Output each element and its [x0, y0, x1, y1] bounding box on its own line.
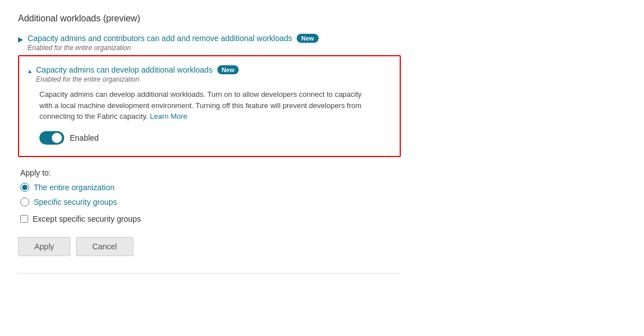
section-divider: [18, 273, 401, 274]
except-groups-checkbox-item[interactable]: Except specific security groups: [20, 214, 626, 223]
description-text-part1: Capacity admins can develop additional w…: [39, 90, 361, 120]
radio-entire-org[interactable]: The entire organization: [20, 183, 626, 192]
apply-button[interactable]: Apply: [18, 237, 70, 256]
toggle-slider: [39, 131, 64, 145]
toggle-label: Enabled: [70, 133, 99, 142]
radio-entire-org-input[interactable]: [20, 183, 29, 192]
page-title: Additional workloads (preview): [18, 14, 626, 24]
expanded-item-content: Capacity admins can develop additional w…: [36, 65, 239, 83]
collapsed-workload-item[interactable]: ▶ Capacity admins and contributors can a…: [18, 34, 626, 52]
radio-group: The entire organization Specific securit…: [20, 183, 626, 207]
learn-more-link[interactable]: Learn More: [150, 112, 187, 120]
apply-to-section: Apply to: The entire organization Specif…: [20, 168, 626, 223]
expanded-item-title: Capacity admins can develop additional w…: [36, 65, 213, 74]
radio-entire-org-label[interactable]: The entire organization: [34, 183, 114, 192]
cancel-button[interactable]: Cancel: [76, 237, 133, 256]
collapsed-item-subtitle: Enabled for the entire organization: [28, 44, 319, 52]
radio-specific-groups[interactable]: Specific security groups: [20, 198, 626, 207]
collapsed-item-content: Capacity admins and contributors can add…: [28, 34, 319, 52]
apply-to-label: Apply to:: [20, 168, 626, 177]
expanded-workload-card: ▴ Capacity admins can develop additional…: [18, 55, 401, 157]
chevron-right-icon: ▶: [18, 35, 23, 43]
expanded-workload-item[interactable]: ▴ Capacity admins can develop additional…: [28, 65, 391, 83]
collapsed-item-title-row: Capacity admins and contributors can add…: [28, 34, 319, 43]
toggle-row: Enabled: [39, 131, 391, 145]
radio-specific-groups-label[interactable]: Specific security groups: [34, 198, 117, 207]
expanded-item-subtitle: Enabled for the entire organization: [36, 75, 239, 83]
expanded-item-description: Capacity admins can develop additional w…: [39, 89, 372, 122]
enabled-toggle[interactable]: [39, 131, 64, 145]
chevron-down-icon: ▴: [28, 67, 32, 75]
except-groups-label[interactable]: Except specific security groups: [33, 214, 141, 223]
except-groups-checkbox[interactable]: [20, 215, 28, 223]
expanded-item-title-row: Capacity admins can develop additional w…: [36, 65, 239, 74]
new-badge-collapsed: New: [297, 34, 319, 43]
collapsed-item-title: Capacity admins and contributors can add…: [28, 34, 292, 43]
new-badge-expanded: New: [217, 65, 239, 74]
radio-specific-groups-input[interactable]: [20, 198, 29, 207]
button-row: Apply Cancel: [18, 237, 626, 256]
